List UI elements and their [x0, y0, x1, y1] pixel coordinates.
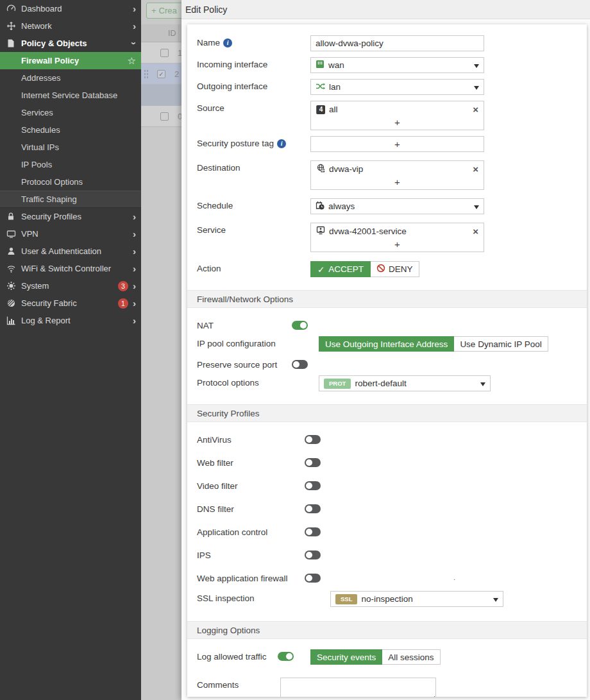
schedule-select[interactable]: always	[310, 198, 484, 214]
sidebar-item-vpn[interactable]: VPN ›	[0, 225, 141, 243]
create-new-button[interactable]: + Crea	[146, 3, 181, 19]
row-checkbox[interactable]	[160, 112, 169, 121]
preserve-source-port-label: Preserve source port	[197, 357, 292, 370]
protocol-options-select[interactable]: PROT robert-default	[319, 375, 491, 391]
web-application-firewall-toggle[interactable]	[305, 574, 321, 583]
bar-chart-icon	[6, 316, 21, 325]
ip-pool-label: IP pool configuration	[197, 336, 319, 348]
edit-policy-panel: Edit Policy Name i Incoming interface wa…	[181, 0, 590, 700]
incoming-interface-select[interactable]: wan	[310, 57, 484, 73]
info-icon: i	[223, 38, 232, 47]
table-row[interactable]: 0	[141, 106, 181, 127]
source-add-button[interactable]: +	[311, 116, 484, 128]
favorite-star-icon[interactable]: ☆	[128, 55, 136, 67]
remove-icon[interactable]: ×	[473, 105, 478, 114]
service-entry[interactable]: dvwa-42001-service ×	[311, 225, 484, 238]
sidebar-item-label: Services	[21, 108, 136, 117]
sidebar: Dashboard › Network › Policy & Objects ›…	[0, 0, 141, 700]
sidebar-item-user-authentication[interactable]: User & Authentication ›	[0, 243, 141, 260]
table-row[interactable]: 1	[141, 42, 181, 64]
gear-icon	[6, 281, 21, 291]
remove-icon[interactable]: ×	[473, 226, 478, 236]
schedule-label: Schedule	[197, 198, 310, 210]
outgoing-interface-value: lan	[329, 82, 341, 92]
sidebar-item-network[interactable]: Network ›	[0, 17, 141, 35]
sidebar-item-services[interactable]: Services	[0, 104, 141, 121]
use-outgoing-interface-address-option[interactable]: Use Outgoing Interface Address	[319, 336, 454, 352]
application-control-toggle[interactable]	[305, 527, 321, 536]
sidebar-item-security-fabric[interactable]: Security Fabric 1 ›	[0, 295, 141, 312]
name-input[interactable]	[310, 35, 484, 51]
security-posture-label: Security posture tag i	[197, 136, 310, 148]
dropdown-caret-icon	[480, 382, 485, 386]
service-entry-box: dvwa-42001-service × +	[310, 223, 484, 252]
security-posture-box: +	[310, 136, 484, 152]
security-events-option[interactable]: Security events	[310, 649, 382, 665]
video-filter-toggle[interactable]	[305, 481, 321, 490]
notification-badge: 3	[118, 281, 128, 291]
web-filter-toggle[interactable]	[305, 458, 321, 467]
sidebar-item-traffic-shaping[interactable]: Traffic Shaping	[0, 191, 141, 208]
drag-handle-icon[interactable]	[144, 69, 148, 78]
dns-filter-label: DNS filter	[197, 502, 305, 514]
outgoing-interface-select[interactable]: lan	[310, 79, 484, 95]
name-row: Name i	[197, 35, 577, 51]
sidebar-item-security-profiles[interactable]: Security Profiles ›	[0, 208, 141, 225]
deny-button[interactable]: DENY	[371, 261, 419, 277]
dashboard-gauge-icon	[6, 4, 21, 13]
comments-textarea[interactable]	[280, 678, 436, 697]
ipv4-address-icon: 4	[316, 105, 325, 114]
create-new-label: Crea	[159, 6, 177, 15]
security-posture-add-button[interactable]: +	[311, 138, 484, 150]
antivirus-toggle[interactable]	[305, 435, 321, 444]
sidebar-item-ip-pools[interactable]: IP Pools	[0, 156, 141, 173]
sidebar-item-policy-objects[interactable]: Policy & Objects ›	[0, 35, 141, 52]
sidebar-item-system[interactable]: System 3 ›	[0, 277, 141, 295]
sidebar-item-log-report[interactable]: Log & Report ›	[0, 312, 141, 329]
table-row-selected[interactable]: ✓ 2	[141, 64, 181, 85]
chevron-right-icon: ›	[133, 298, 136, 308]
sidebar-item-virtual-ips[interactable]: Virtual IPs	[0, 139, 141, 156]
destination-add-button[interactable]: +	[311, 176, 484, 188]
antivirus-row: AntiVirus	[197, 432, 577, 445]
sidebar-item-schedules[interactable]: Schedules	[0, 121, 141, 139]
sidebar-item-wifi-switch-controller[interactable]: WiFi & Switch Controller ›	[0, 260, 141, 277]
nat-toggle[interactable]	[292, 321, 308, 330]
table-section-band	[141, 85, 181, 106]
row-checkbox[interactable]	[160, 49, 169, 57]
info-icon: i	[277, 139, 286, 148]
sidebar-item-label: Security Profiles	[21, 212, 133, 221]
ips-row: IPS	[197, 548, 577, 560]
service-row: Service dvwa-42001-service × +	[197, 223, 577, 252]
sidebar-item-addresses[interactable]: Addresses	[0, 69, 141, 87]
row-checkbox-checked[interactable]: ✓	[157, 70, 165, 78]
protocol-options-row: Protocol options PROT robert-default	[197, 375, 577, 391]
service-add-button[interactable]: +	[311, 238, 484, 250]
lock-icon	[6, 212, 21, 221]
web-application-firewall-row: Web application firewall .	[197, 571, 577, 583]
all-sessions-option[interactable]: All sessions	[382, 649, 440, 665]
sidebar-item-firewall-policy[interactable]: Firewall Policy ☆	[0, 52, 141, 69]
log-allowed-traffic-toggle[interactable]	[278, 652, 294, 661]
ssl-inspection-row: SSL inspection SSL no-inspection	[197, 591, 577, 607]
source-entry[interactable]: 4 all ×	[311, 103, 484, 116]
schedule-row: Schedule always	[197, 198, 577, 214]
chevron-right-icon: ›	[133, 4, 136, 13]
ssl-inspection-select[interactable]: SSL no-inspection	[330, 591, 503, 607]
use-dynamic-ip-pool-option[interactable]: Use Dynamic IP Pool	[454, 336, 548, 352]
dns-filter-toggle[interactable]	[305, 504, 321, 513]
preserve-source-port-toggle[interactable]	[292, 360, 308, 369]
schedule-value: always	[328, 201, 355, 211]
antivirus-label: AntiVirus	[197, 432, 305, 445]
accept-button[interactable]: ✓ ACCEPT	[310, 261, 371, 277]
fortigate-app: Dashboard › Network › Policy & Objects ›…	[0, 0, 590, 700]
remove-icon[interactable]: ×	[473, 164, 478, 174]
sidebar-item-label: Firewall Policy	[21, 56, 128, 65]
ips-toggle[interactable]	[305, 551, 321, 559]
sidebar-item-internet-service-database[interactable]: Internet Service Database	[0, 87, 141, 104]
service-monitor-icon	[316, 226, 325, 237]
source-label: Source	[197, 101, 310, 113]
sidebar-item-protocol-options[interactable]: Protocol Options	[0, 173, 141, 191]
destination-entry[interactable]: dvwa-vip ×	[311, 162, 484, 176]
sidebar-item-dashboard[interactable]: Dashboard ›	[0, 0, 141, 17]
